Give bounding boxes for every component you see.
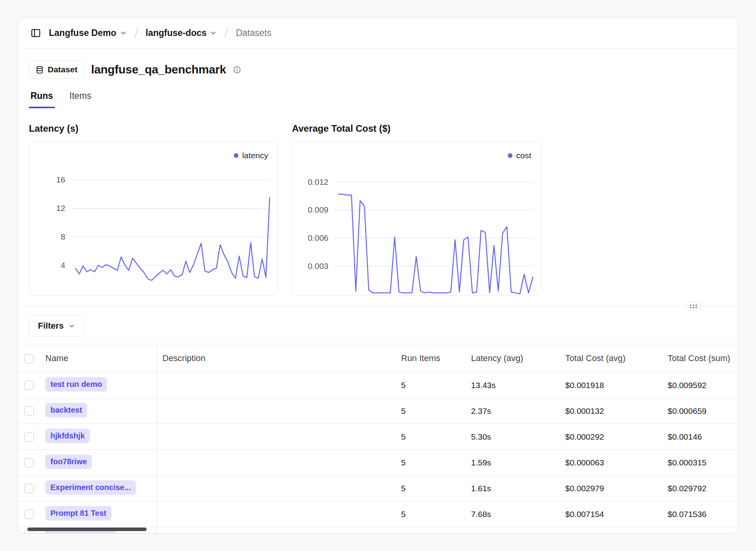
table-row[interactable]: Prompt 81 Test57.68s$0.007154$0.071536 xyxy=(18,501,738,527)
cell-latency-avg xyxy=(466,527,560,534)
page-title: langfuse_qa_benchmark xyxy=(91,63,226,76)
sidebar-toggle-button[interactable] xyxy=(29,26,43,40)
panel-left-icon xyxy=(30,28,41,38)
org-name: Langfuse Demo xyxy=(49,28,116,38)
col-header-run-items: Run Items xyxy=(396,344,466,372)
section-divider xyxy=(18,306,738,306)
svg-text:12: 12 xyxy=(56,204,65,213)
svg-text:4: 4 xyxy=(61,261,65,270)
run-name-link[interactable]: test run demo xyxy=(45,377,107,392)
info-icon[interactable] xyxy=(233,66,241,74)
filters-row: Filters xyxy=(18,315,738,337)
latency-line-chart: 481216 xyxy=(29,141,278,295)
cell-total-cost-avg: $0.007154 xyxy=(560,501,662,527)
cell-total-cost-sum: $0.009592 xyxy=(662,372,738,398)
runs-table-body: test run demo513.43s$0.001918$0.009592ba… xyxy=(18,372,738,534)
svg-text:8: 8 xyxy=(61,232,65,241)
filters-button[interactable]: Filters xyxy=(29,315,84,337)
cell-total-cost-avg: $0.000132 xyxy=(560,398,662,424)
legend-label: cost xyxy=(516,151,531,160)
table-row[interactable]: test run demo513.43s$0.001918$0.009592 xyxy=(18,372,738,398)
row-checkbox[interactable] xyxy=(24,432,34,442)
legend-dot-icon xyxy=(508,153,512,158)
cell-description xyxy=(157,372,396,398)
cell-latency-avg: 13.43s xyxy=(466,372,560,398)
row-checkbox[interactable] xyxy=(24,381,34,390)
cell-total-cost-sum: $0.071536 xyxy=(662,501,738,527)
col-header-name: Name xyxy=(41,344,157,372)
charts-row: Latency (s) latency 481216 Average Total… xyxy=(29,123,727,296)
dataset-type-badge: Dataset xyxy=(29,61,84,79)
legend-label: latency xyxy=(242,151,268,160)
cell-run-items: 5 xyxy=(396,501,466,527)
latency-chart-title: Latency (s) xyxy=(29,123,278,134)
cell-description xyxy=(157,476,396,501)
cell-description xyxy=(157,450,396,476)
select-all-checkbox[interactable] xyxy=(24,354,34,363)
cell-latency-avg: 7.68s xyxy=(466,501,560,527)
cell-run-items: 5 xyxy=(396,398,466,424)
dataset-badge-label: Dataset xyxy=(48,65,77,74)
row-checkbox[interactable] xyxy=(24,510,34,519)
cell-total-cost-sum: $0.00146 xyxy=(662,424,738,450)
cell-latency-avg: 2.37s xyxy=(466,398,560,424)
col-header-total-cost-sum: Total Cost (sum) xyxy=(662,344,738,372)
table-row[interactable]: hjkfdshjk55.30s$0.000292$0.00146 xyxy=(18,424,738,450)
cell-latency-avg: 5.30s xyxy=(466,424,560,450)
run-name-link[interactable]: backtest xyxy=(45,403,87,417)
grip-dots-icon xyxy=(689,304,698,309)
cell-total-cost-avg: $0.001918 xyxy=(560,372,662,398)
run-name-link[interactable]: Experiment concise... xyxy=(45,480,136,495)
project-selector[interactable]: langfuse-docs xyxy=(146,28,217,38)
page-background: Langfuse Demo langfuse-docs Datasets Dat… xyxy=(0,0,756,551)
cell-total-cost-avg: $0.002979 xyxy=(560,476,662,501)
cost-chart-block: Average Total Cost ($) cost 0.0030.0060.… xyxy=(292,123,541,296)
chevron-down-icon xyxy=(120,29,127,37)
dataset-header: Dataset langfuse_qa_benchmark xyxy=(29,59,727,81)
resize-handle[interactable] xyxy=(686,302,701,311)
col-header-total-cost-avg: Total Cost (avg) xyxy=(560,344,662,372)
row-checkbox[interactable] xyxy=(24,458,34,467)
cell-description xyxy=(157,527,396,534)
cell-total-cost-avg: $0.000292 xyxy=(560,424,662,450)
row-checkbox[interactable] xyxy=(24,406,34,416)
run-name-link[interactable]: Prompt 81 Test xyxy=(45,506,111,521)
cell-total-cost-avg: $0.000063 xyxy=(560,450,662,476)
svg-text:0.003: 0.003 xyxy=(308,261,328,270)
dataset-window: Langfuse Demo langfuse-docs Datasets Dat… xyxy=(18,18,738,533)
table-header-row: Name Description Run Items Latency (avg)… xyxy=(18,344,738,372)
cell-run-items: 5 xyxy=(396,372,466,398)
breadcrumb-separator xyxy=(223,27,229,39)
cell-run-items xyxy=(396,527,466,534)
run-name-link[interactable]: hjkfdshjk xyxy=(45,429,90,443)
cell-description xyxy=(157,424,396,450)
breadcrumb-separator xyxy=(133,27,140,39)
tab-runs[interactable]: Runs xyxy=(29,91,55,108)
table-row[interactable]: Experiment concise...51.61s$0.002979$0.0… xyxy=(18,476,738,501)
table-row[interactable]: backtest52.37s$0.000132$0.000659 xyxy=(18,398,738,424)
cell-run-items: 5 xyxy=(396,424,466,450)
latency-legend: latency xyxy=(234,151,268,160)
breadcrumb: Langfuse Demo langfuse-docs Datasets xyxy=(18,18,738,48)
run-name-link[interactable]: foo78riwe xyxy=(45,454,92,469)
org-selector[interactable]: Langfuse Demo xyxy=(49,28,127,38)
chevron-down-icon xyxy=(210,29,217,37)
chevron-down-icon xyxy=(68,323,75,329)
horizontal-scrollbar[interactable] xyxy=(27,528,147,531)
tab-bar: Runs Items xyxy=(29,91,727,108)
cost-line-chart: 0.0030.0060.0090.012 xyxy=(292,141,541,295)
table-row[interactable]: foo78riwe51.59s$0.000063$0.000315 xyxy=(18,450,738,476)
latency-chart-block: Latency (s) latency 481216 xyxy=(29,123,278,296)
breadcrumb-section[interactable]: Datasets xyxy=(236,28,271,38)
cell-latency-avg: 1.59s xyxy=(466,450,560,476)
legend-dot-icon xyxy=(234,153,238,158)
col-header-description: Description xyxy=(157,344,396,372)
svg-text:0.009: 0.009 xyxy=(308,205,328,214)
cost-chart: cost 0.0030.0060.0090.012 xyxy=(292,141,541,296)
row-checkbox[interactable] xyxy=(24,484,34,493)
database-icon xyxy=(36,66,44,74)
tab-items[interactable]: Items xyxy=(68,91,93,108)
runs-table: Name Description Run Items Latency (avg)… xyxy=(18,344,738,533)
svg-text:0.006: 0.006 xyxy=(308,233,328,242)
cell-description xyxy=(157,398,396,424)
